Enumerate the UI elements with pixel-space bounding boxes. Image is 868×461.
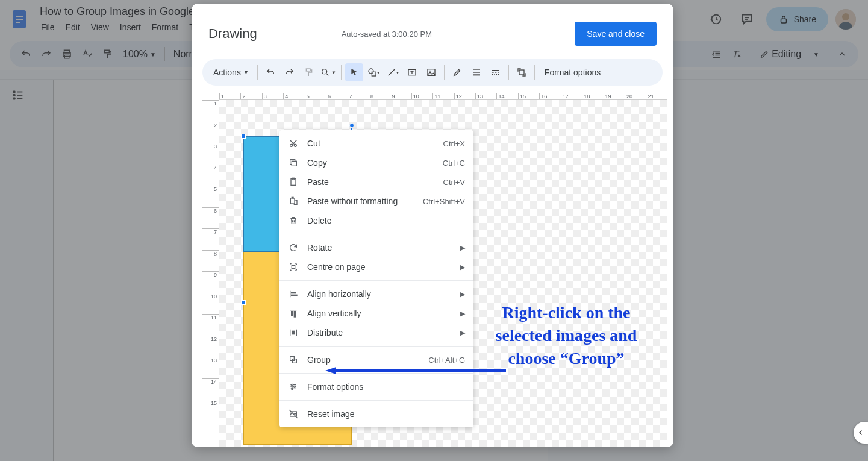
svg-point-29	[369, 69, 373, 74]
centre-icon	[288, 262, 299, 272]
reset-icon	[288, 409, 299, 419]
context-centre-on-page[interactable]: Centre on page▶	[279, 257, 473, 277]
svg-rect-62	[294, 312, 295, 317]
drawing-canvas-wrap: 123456789101112131415161718192021 123456…	[202, 90, 671, 447]
zoom-dropdown-icon[interactable]: ▼	[319, 63, 337, 81]
svg-rect-37	[473, 69, 480, 70]
svg-rect-65	[293, 331, 295, 334]
alignv-icon	[288, 308, 299, 319]
svg-rect-39	[473, 74, 480, 75]
annotation-text: Right-click on the selected images and c…	[473, 301, 660, 369]
drawing-toolbar: Actions▼ ▼ ▾ ▾ Format options	[202, 59, 663, 86]
drawing-vruler: 123456789101112131415	[202, 100, 219, 447]
dist-icon	[288, 327, 299, 338]
svg-rect-26	[306, 69, 310, 71]
rotate-icon	[288, 242, 299, 253]
context-align-horizontally[interactable]: Align horizontally▶	[279, 284, 473, 304]
group-icon	[288, 354, 299, 365]
fopt-icon	[288, 381, 299, 392]
alignh-icon	[288, 289, 299, 299]
svg-point-27	[322, 69, 327, 74]
save-and-close-button[interactable]: Save and close	[575, 22, 657, 46]
svg-rect-43	[498, 72, 499, 72]
autosave-status: Auto-saved at 3:00:20 PM	[342, 30, 432, 39]
context-reset-image[interactable]: Reset image	[279, 404, 473, 424]
svg-rect-46	[496, 74, 497, 75]
svg-rect-58	[292, 292, 296, 293]
svg-rect-40	[492, 70, 499, 71]
selection-handle[interactable]	[241, 134, 246, 139]
context-align-vertically[interactable]: Align vertically▶	[279, 304, 473, 323]
svg-rect-41	[492, 72, 494, 72]
context-delete[interactable]: Delete	[279, 211, 473, 230]
shape-tool-icon[interactable]: ▾	[364, 63, 382, 81]
delete-icon	[288, 215, 299, 226]
textbox-tool-icon[interactable]	[403, 63, 421, 81]
paste2-icon	[288, 196, 299, 207]
context-paste-without-formatting[interactable]: Paste without formattingCtrl+Shift+V	[279, 192, 473, 211]
select-tool-icon[interactable]	[345, 63, 363, 81]
context-rotate[interactable]: Rotate▶	[279, 238, 473, 257]
cut-icon	[288, 138, 299, 149]
copy-icon	[288, 157, 299, 168]
svg-rect-45	[494, 74, 495, 75]
svg-rect-51	[292, 161, 296, 166]
context-menu: CutCtrl+XCopyCtrl+CPasteCtrl+VPaste with…	[279, 130, 473, 427]
svg-marker-76	[325, 367, 336, 374]
drawing-modal: Drawing Auto-saved at 3:00:20 PM Save an…	[192, 4, 673, 447]
svg-rect-59	[292, 295, 297, 296]
drawing-canvas[interactable]: CutCtrl+XCopyCtrl+CPasteCtrl+VPaste with…	[219, 100, 667, 447]
svg-rect-48	[519, 70, 524, 75]
format-options-button[interactable]: Format options	[539, 67, 607, 77]
undo-icon[interactable]	[261, 63, 279, 81]
border-color-icon[interactable]	[448, 63, 466, 81]
svg-rect-42	[495, 72, 497, 72]
image-tool-icon[interactable]	[422, 63, 440, 81]
svg-rect-35	[428, 69, 435, 76]
svg-point-71	[292, 384, 293, 386]
selection-handle[interactable]	[241, 300, 246, 305]
context-distribute[interactable]: Distribute▶	[279, 323, 473, 342]
svg-rect-38	[473, 72, 480, 72]
context-format-options[interactable]: Format options	[279, 377, 473, 397]
svg-rect-56	[292, 265, 295, 268]
context-copy[interactable]: CopyCtrl+C	[279, 153, 473, 172]
paint-format-icon[interactable]	[300, 63, 318, 81]
context-paste[interactable]: PasteCtrl+V	[279, 172, 473, 192]
svg-rect-44	[492, 74, 493, 75]
rotation-handle[interactable]	[349, 123, 354, 128]
crop-rotate-icon[interactable]	[513, 63, 531, 81]
context-cut[interactable]: CutCtrl+X	[279, 134, 473, 153]
svg-point-73	[292, 388, 293, 390]
svg-rect-47	[498, 74, 499, 75]
svg-rect-61	[292, 312, 293, 316]
paste-icon	[288, 177, 299, 187]
border-weight-icon[interactable]	[467, 63, 486, 81]
actions-dropdown[interactable]: Actions▼	[208, 65, 254, 80]
border-dash-icon[interactable]	[487, 63, 505, 81]
line-tool-icon[interactable]: ▾	[384, 63, 402, 81]
svg-line-28	[326, 74, 328, 75]
modal-title: Drawing	[208, 26, 257, 42]
redo-icon[interactable]	[281, 63, 299, 81]
drawing-hruler: 123456789101112131415161718192021	[219, 90, 667, 100]
svg-line-31	[389, 69, 395, 76]
svg-rect-30	[372, 72, 376, 76]
svg-point-72	[294, 386, 296, 388]
